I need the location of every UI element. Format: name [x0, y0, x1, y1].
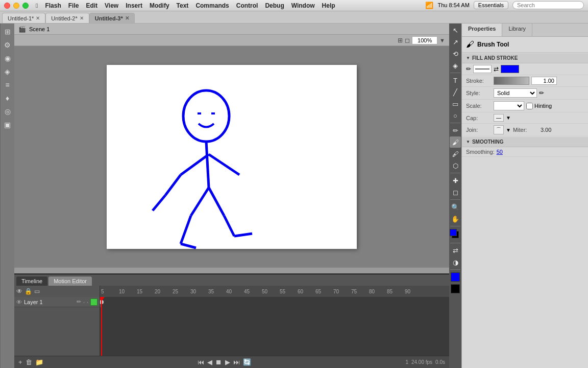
frames-area[interactable] [100, 297, 449, 356]
fill-color-swatch[interactable] [501, 65, 519, 73]
layer-1-row[interactable]: 👁 Layer 1 ✏ · · [14, 297, 100, 307]
layer-color-box[interactable] [90, 298, 97, 306]
eyedropper-tool[interactable]: ✚ [450, 175, 461, 186]
layer-pencil-icon[interactable]: ✏ [77, 298, 81, 305]
zoom-input[interactable] [412, 36, 437, 44]
menu-text[interactable]: Text [174, 1, 192, 10]
tab-close-2[interactable]: ✕ [80, 15, 84, 21]
swap-colors[interactable]: ⇄ [450, 245, 461, 256]
sidebar-icon-2[interactable]: ⚙ [2, 39, 14, 51]
delete-layer-button[interactable]: 🗑 [26, 358, 32, 366]
current-fill-swatch[interactable] [451, 272, 460, 282]
frame-70: 70 [332, 289, 350, 294]
stroke-slider[interactable] [494, 77, 529, 85]
playhead[interactable] [101, 297, 102, 356]
sidebar-icon-4[interactable]: ◈ [2, 65, 14, 78]
style-dropdown[interactable]: Solid Dashed Dotted [494, 88, 537, 98]
paint-bucket-tool[interactable]: ⬡ [450, 160, 461, 171]
cap-dropdown[interactable]: ▼ [506, 115, 511, 121]
horizontal-scrollbar[interactable] [14, 267, 449, 273]
sidebar-icon-7[interactable]: ◎ [2, 105, 14, 118]
lock-icon[interactable]: 🔒 [24, 288, 32, 295]
layer-outline-icon[interactable]: · [87, 299, 88, 305]
new-layer-button[interactable]: + [18, 358, 22, 366]
maximize-button[interactable] [22, 3, 29, 9]
sidebar-icon-5[interactable]: ≡ [2, 79, 14, 91]
next-frame-button[interactable]: ⏭ [233, 358, 240, 366]
free-transform-tool[interactable]: ⟲ [450, 48, 461, 59]
sidebar-icon-1[interactable]: ⊞ [2, 26, 14, 38]
fit-icon[interactable]: ⊞ [398, 37, 403, 44]
tab-properties[interactable]: Properties [462, 24, 502, 36]
stop-button[interactable]: ⏹ [215, 358, 222, 366]
smoothing-triangle[interactable]: ▼ [466, 140, 470, 144]
search-input[interactable] [512, 1, 584, 9]
scale-dropdown[interactable] [494, 101, 524, 110]
loop-button[interactable]: 🔄 [243, 358, 251, 366]
ink-bottle-tool[interactable]: 🖋 [450, 148, 461, 159]
tab-motion-editor[interactable]: Motion Editor [48, 277, 92, 286]
menu-insert[interactable]: Insert [122, 1, 145, 10]
essentials-button[interactable]: Essentials [474, 1, 508, 9]
tab-timeline[interactable]: Timeline [16, 277, 47, 286]
smoothing-value[interactable]: 50 [497, 149, 503, 155]
tab-untitled1[interactable]: Untitled-1* ✕ [2, 13, 45, 23]
outline-icon[interactable]: ▭ [34, 288, 40, 295]
layer-visibility-icon[interactable]: 👁 [16, 299, 22, 305]
eye-icon[interactable]: 👁 [16, 288, 22, 295]
menu-debug[interactable]: Debug [262, 1, 287, 10]
eraser-tool[interactable]: ◻ [450, 187, 461, 198]
subselection-tool[interactable]: ↗ [450, 36, 461, 48]
gradient-tool[interactable]: ◈ [450, 60, 461, 71]
close-button[interactable] [4, 3, 10, 9]
tab-close-3[interactable]: ✕ [125, 15, 129, 21]
menu-file[interactable]: File [65, 1, 82, 10]
selection-tool[interactable]: ↖ [450, 25, 461, 36]
menu-window[interactable]: Window [288, 1, 318, 10]
text-tool[interactable]: T [450, 75, 461, 86]
bg-icon[interactable]: ◻ [405, 37, 410, 44]
menu-help[interactable]: Help [319, 1, 338, 10]
hinting-checkbox[interactable] [526, 103, 533, 109]
layer-folder-button[interactable]: 📁 [35, 358, 43, 366]
play-button[interactable]: ▶ [225, 358, 230, 366]
join-value[interactable]: ⌒ [494, 125, 504, 134]
zoom-tool[interactable]: 🔍 [450, 201, 461, 213]
tab-close-1[interactable]: ✕ [36, 15, 40, 21]
pencil-tool[interactable]: ✏ [450, 125, 461, 136]
brush-tool[interactable]: 🖌 [450, 136, 461, 148]
menu-edit[interactable]: Edit [83, 1, 101, 10]
sidebar-icon-3[interactable]: ◉ [2, 52, 14, 64]
section-triangle[interactable]: ▼ [466, 56, 470, 60]
menu-apple[interactable]:  [33, 1, 41, 10]
menu-control[interactable]: Control [233, 1, 261, 10]
rect-tool[interactable]: ▭ [450, 98, 461, 109]
menu-flash[interactable]: Flash [42, 1, 64, 10]
default-colors[interactable]: ◑ [450, 257, 461, 268]
style-pencil-icon[interactable]: ✏ [539, 89, 544, 97]
current-stroke-swatch[interactable] [451, 284, 460, 293]
zoom-dropdown[interactable]: ▼ [439, 37, 445, 43]
tab-library[interactable]: Library [502, 24, 532, 36]
swap-icon[interactable]: ⇄ [494, 65, 499, 73]
menu-view[interactable]: View [102, 1, 121, 10]
hand-tool[interactable]: ✋ [450, 213, 461, 224]
cap-value[interactable]: — [494, 114, 504, 122]
join-dropdown[interactable]: ▼ [506, 127, 511, 133]
stroke-swatch-white[interactable] [473, 65, 492, 73]
first-frame-button[interactable]: ⏮ [198, 358, 204, 366]
menu-modify[interactable]: Modify [146, 1, 173, 10]
sidebar-icon-8[interactable]: ▣ [2, 119, 14, 131]
fill-color-box[interactable] [450, 229, 457, 236]
oval-tool[interactable]: ○ [450, 110, 461, 121]
line-tool[interactable]: ╱ [450, 86, 461, 98]
layer-lock-icon[interactable]: · [83, 299, 85, 305]
prev-frame-button[interactable]: ◀ [207, 358, 212, 366]
tab-untitled2[interactable]: Untitled-2* ✕ [45, 13, 89, 23]
fill-icon[interactable]: ✏ [466, 65, 471, 73]
tab-untitled3[interactable]: Untitled-3* ✕ [89, 13, 135, 23]
stroke-value-input[interactable] [531, 77, 557, 85]
sidebar-icon-6[interactable]: ♦ [2, 92, 14, 104]
menu-commands[interactable]: Commands [192, 1, 232, 10]
minimize-button[interactable] [13, 3, 19, 9]
